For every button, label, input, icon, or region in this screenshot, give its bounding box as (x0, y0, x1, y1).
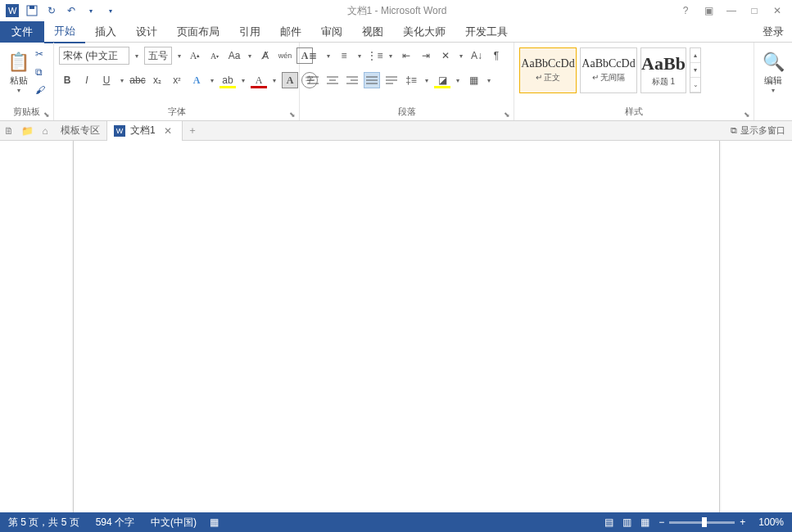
word-app-icon[interactable]: W (5, 3, 20, 18)
shrink-font-icon[interactable]: A▾ (206, 47, 223, 64)
highlight-dropdown[interactable]: ▾ (239, 77, 247, 84)
tab-mailings[interactable]: 邮件 (270, 21, 311, 43)
shading-dropdown[interactable]: ▾ (454, 77, 462, 84)
styles-scroll-up-icon[interactable]: ▴ (690, 48, 700, 63)
multilevel-icon[interactable]: ⋮≡ (367, 47, 383, 64)
page-canvas[interactable] (73, 141, 720, 512)
web-layout-icon[interactable]: ▦ (636, 516, 654, 528)
folder-icon[interactable]: 📁 (18, 125, 36, 137)
refresh-icon[interactable]: ↻ (44, 3, 59, 18)
phonetic-guide-icon[interactable]: wén (277, 47, 293, 64)
zoom-level[interactable]: 100% (750, 516, 792, 528)
font-size-combo[interactable]: 五号 (144, 47, 172, 65)
document-area[interactable] (0, 141, 792, 512)
asian-layout-dropdown[interactable]: ▾ (457, 52, 465, 60)
strikethrough-icon[interactable]: abc (129, 72, 146, 88)
status-page[interactable]: 第 5 页，共 5 页 (0, 516, 88, 530)
zoom-out-icon[interactable]: − (658, 516, 664, 528)
save-icon[interactable] (25, 3, 39, 18)
read-mode-icon[interactable]: ▤ (600, 516, 618, 528)
clipboard-launcher-icon[interactable]: ⬊ (43, 110, 50, 119)
highlight-icon[interactable]: ab (219, 72, 236, 88)
macro-icon[interactable]: ▦ (205, 516, 223, 528)
change-case-dropdown[interactable]: ▾ (246, 52, 254, 60)
tab-home[interactable]: 开始 (44, 20, 85, 43)
tab-design[interactable]: 设计 (126, 21, 167, 43)
close-icon[interactable]: ✕ (771, 5, 784, 16)
zoom-in-icon[interactable]: + (740, 516, 745, 528)
tab-file[interactable]: 文件 (0, 21, 44, 43)
italic-icon[interactable]: I (79, 72, 95, 88)
char-shading-icon[interactable]: A (282, 72, 298, 88)
borders-dropdown[interactable]: ▾ (485, 77, 493, 84)
tab-insert[interactable]: 插入 (85, 21, 126, 43)
zoom-slider[interactable] (669, 521, 735, 524)
distribute-icon[interactable] (383, 72, 400, 88)
numbering-icon[interactable]: ≡ (336, 47, 352, 64)
text-effects-icon[interactable]: A (188, 72, 205, 88)
asian-layout-icon[interactable]: ✕ (437, 47, 454, 64)
qat-customize-icon[interactable]: ▾ (103, 3, 118, 18)
bullets-dropdown[interactable]: ▾ (324, 52, 333, 60)
template-tab[interactable]: 模板专区 (54, 124, 106, 138)
editing-dropdown-icon[interactable]: ▾ (769, 87, 777, 94)
paste-button[interactable]: 📋 粘贴 ▾ (5, 46, 32, 100)
login-link[interactable]: 登录 (753, 21, 792, 43)
clear-format-icon[interactable]: A̸ (257, 47, 274, 64)
multiwindow-label[interactable]: 显示多窗口 (740, 124, 785, 137)
style-no-spacing[interactable]: AaBbCcDd ↵ 无间隔 (580, 47, 637, 93)
copy-icon[interactable]: ⧉ (35, 66, 48, 79)
undo-icon[interactable]: ↶ (64, 3, 79, 18)
maximize-icon[interactable]: □ (748, 5, 761, 16)
undo-dropdown-icon[interactable]: ▾ (84, 3, 98, 18)
grow-font-icon[interactable]: A▴ (187, 47, 203, 64)
status-lang[interactable]: 中文(中国) (143, 516, 205, 530)
multiwindow-icon[interactable]: ⧉ (731, 125, 737, 136)
font-color-icon[interactable]: A (251, 72, 267, 88)
ribbon-options-icon[interactable]: ▣ (702, 5, 715, 16)
line-spacing-dropdown[interactable]: ▾ (423, 77, 431, 84)
superscript-icon[interactable]: x² (169, 72, 185, 88)
increase-indent-icon[interactable]: ⇥ (418, 47, 434, 64)
align-right-icon[interactable] (344, 72, 360, 88)
help-icon[interactable]: ? (679, 5, 692, 16)
bullets-icon[interactable]: ≣ (305, 47, 321, 64)
borders-icon[interactable]: ▦ (465, 72, 482, 88)
find-button[interactable]: 🔍 编辑 ▾ (759, 46, 787, 100)
tab-developer[interactable]: 开发工具 (455, 21, 518, 43)
tab-review[interactable]: 审阅 (311, 21, 352, 43)
shading-icon[interactable]: ◪ (434, 72, 450, 88)
minimize-icon[interactable]: — (725, 5, 738, 16)
line-spacing-icon[interactable]: ‡≡ (403, 72, 419, 88)
multilevel-dropdown[interactable]: ▾ (387, 52, 395, 60)
home-icon[interactable]: ⌂ (36, 125, 54, 137)
decrease-indent-icon[interactable]: ⇤ (398, 47, 414, 64)
status-words[interactable]: 594 个字 (88, 516, 143, 530)
style-normal[interactable]: AaBbCcDd ↵ 正文 (519, 47, 577, 93)
new-tab-icon[interactable]: ＋ (183, 124, 202, 138)
font-size-dropdown-icon[interactable]: ▾ (175, 52, 183, 60)
numbering-dropdown[interactable]: ▾ (355, 52, 364, 60)
change-case-icon[interactable]: Aa (226, 47, 242, 64)
styles-launcher-icon[interactable]: ⬊ (744, 110, 750, 119)
underline-icon[interactable]: U (98, 72, 115, 88)
tab-beautify[interactable]: 美化大师 (393, 21, 455, 43)
show-marks-icon[interactable]: ¶ (488, 47, 505, 64)
document-tab[interactable]: W 文档1 ✕ (106, 121, 183, 141)
font-name-combo[interactable]: 宋体 (中文正 (59, 47, 129, 65)
paste-dropdown-icon[interactable]: ▾ (15, 87, 23, 94)
underline-dropdown[interactable]: ▾ (118, 77, 126, 84)
font-name-dropdown-icon[interactable]: ▾ (133, 52, 141, 60)
tab-layout[interactable]: 页面布局 (167, 21, 229, 43)
style-heading1[interactable]: AaBb 标题 1 (640, 47, 686, 93)
styles-scroll-down-icon[interactable]: ▾ (690, 63, 700, 78)
paragraph-launcher-icon[interactable]: ⬊ (504, 110, 510, 119)
tab-view[interactable]: 视图 (352, 21, 393, 43)
font-launcher-icon[interactable]: ⬊ (289, 110, 296, 119)
format-painter-icon[interactable]: 🖌 (35, 84, 48, 97)
styles-expand-icon[interactable]: ⌄ (690, 78, 700, 92)
bold-icon[interactable]: B (59, 72, 75, 88)
new mworkspace-doc-icon[interactable]: 🗎 (0, 125, 18, 137)
text-effects-dropdown[interactable]: ▾ (208, 77, 216, 84)
tab-references[interactable]: 引用 (229, 21, 270, 43)
